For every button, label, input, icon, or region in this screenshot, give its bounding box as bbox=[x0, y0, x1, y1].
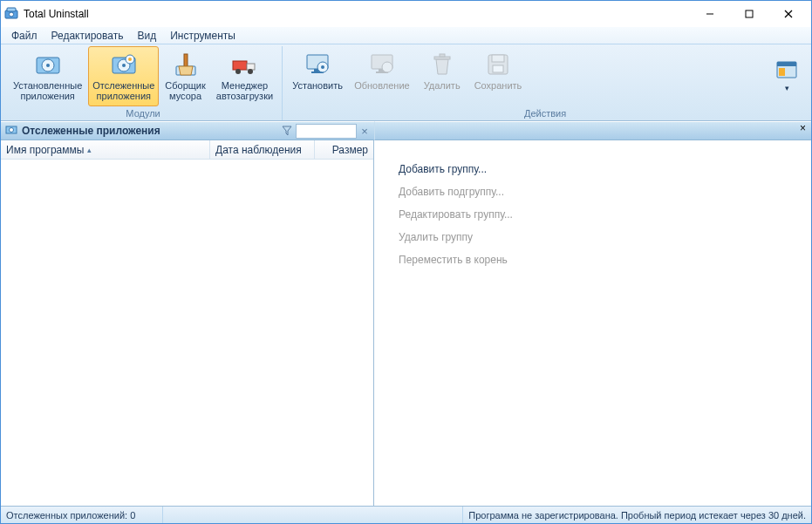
program-list-pane: Имя программы Дата наблюдения Размер bbox=[1, 140, 374, 506]
content-area: Имя программы Дата наблюдения Размер Доб… bbox=[1, 140, 811, 506]
panel-title: Отслеженные приложения bbox=[22, 125, 280, 137]
column-size[interactable]: Размер bbox=[315, 140, 373, 159]
disc-box-icon bbox=[34, 51, 62, 78]
trash-icon bbox=[428, 51, 456, 78]
window-controls bbox=[690, 2, 808, 26]
group-label: Действия bbox=[524, 106, 566, 120]
menu-edit[interactable]: Редактировать bbox=[44, 28, 131, 44]
svg-rect-1 bbox=[7, 8, 16, 11]
chevron-down-icon: ▾ bbox=[785, 84, 789, 92]
list-body bbox=[1, 160, 373, 506]
svg-rect-37 bbox=[779, 68, 785, 76]
button-label: Сохранить bbox=[474, 80, 522, 91]
minimize-button[interactable] bbox=[690, 2, 729, 26]
monitored-apps-button[interactable]: Отслеженные приложения bbox=[88, 46, 159, 106]
svg-point-2 bbox=[10, 12, 14, 17]
ribbon-toolbar: Установленные приложения Отслеженные при… bbox=[1, 44, 811, 121]
button-label: Сборщик мусора bbox=[165, 80, 206, 101]
panel-close-button[interactable]: × bbox=[800, 122, 811, 140]
svg-point-12 bbox=[122, 64, 126, 67]
save-button: Сохранить bbox=[470, 46, 527, 106]
button-label: Установленные приложения bbox=[13, 80, 82, 101]
svg-point-25 bbox=[321, 65, 324, 69]
add-group-item[interactable]: Добавить группу... bbox=[399, 158, 811, 180]
clear-filter-button[interactable]: × bbox=[358, 125, 371, 138]
view-options-button[interactable]: ▾ bbox=[769, 46, 804, 106]
ribbon-group-actions: Установить Обновление Удалить Сохранить … bbox=[283, 46, 808, 120]
button-label: Менеджер автозагрузки bbox=[216, 80, 273, 101]
update-button: Обновление bbox=[350, 46, 414, 106]
svg-rect-17 bbox=[233, 61, 247, 70]
panel-header-left: Отслеженные приложения × bbox=[1, 121, 374, 140]
svg-rect-4 bbox=[746, 10, 753, 17]
details-pane: Добавить группу... Добавить подгруппу...… bbox=[374, 140, 811, 506]
add-subgroup-item: Добавить подгруппу... bbox=[399, 180, 811, 203]
monitor-disc-icon bbox=[110, 51, 138, 78]
button-label: Удалить bbox=[424, 80, 461, 91]
funnel-icon[interactable] bbox=[280, 124, 294, 138]
svg-rect-18 bbox=[247, 64, 255, 70]
column-date[interactable]: Дата наблюдения bbox=[210, 140, 315, 159]
status-count: Отслеженных приложений: 0 bbox=[1, 507, 163, 523]
group-actions-menu: Добавить группу... Добавить подгруппу...… bbox=[374, 140, 811, 271]
svg-point-29 bbox=[382, 62, 392, 72]
menu-bar: Файл Редактировать Вид Инструменты bbox=[1, 27, 811, 44]
edit-group-item: Редактировать группу... bbox=[399, 203, 811, 226]
panel-header-right: × bbox=[374, 121, 811, 140]
truck-icon bbox=[230, 51, 258, 78]
svg-point-9 bbox=[46, 64, 50, 67]
app-icon bbox=[4, 7, 18, 21]
svg-rect-31 bbox=[440, 54, 445, 57]
svg-rect-16 bbox=[184, 54, 188, 66]
close-button[interactable] bbox=[768, 2, 808, 26]
title-bar: Total Uninstall bbox=[1, 1, 811, 27]
ribbon-group-modules: Установленные приложения Отслеженные при… bbox=[4, 46, 283, 120]
install-button[interactable]: Установить bbox=[287, 46, 348, 106]
menu-view[interactable]: Вид bbox=[130, 28, 163, 44]
group-label: Модули bbox=[126, 106, 160, 120]
cleaner-button[interactable]: Сборщик мусора bbox=[160, 46, 210, 106]
list-header: Имя программы Дата наблюдения Размер bbox=[1, 140, 373, 160]
column-name[interactable]: Имя программы bbox=[1, 140, 210, 159]
button-label: Установить bbox=[292, 80, 343, 91]
svg-point-39 bbox=[10, 128, 14, 133]
filter-input[interactable] bbox=[296, 124, 357, 139]
button-label: Обновление bbox=[354, 80, 410, 91]
window-title: Total Uninstall bbox=[24, 8, 690, 20]
delete-button: Удалить bbox=[416, 46, 468, 106]
maximize-button[interactable] bbox=[729, 2, 768, 26]
broom-icon bbox=[172, 51, 200, 78]
monitor-refresh-icon bbox=[368, 51, 396, 78]
monitor-icon bbox=[4, 124, 18, 138]
menu-file[interactable]: Файл bbox=[4, 28, 44, 44]
menu-tools[interactable]: Инструменты bbox=[163, 28, 242, 44]
autorun-manager-button[interactable]: Менеджер автозагрузки bbox=[212, 46, 277, 106]
svg-point-14 bbox=[128, 58, 132, 61]
svg-rect-36 bbox=[777, 62, 796, 66]
window-icon bbox=[776, 61, 797, 78]
button-label: Отслеженные приложения bbox=[92, 80, 154, 101]
move-root-item: Переместить в корень bbox=[399, 248, 811, 271]
status-bar: Отслеженных приложений: 0 Программа не з… bbox=[1, 506, 811, 523]
status-empty bbox=[163, 507, 463, 523]
svg-rect-33 bbox=[492, 55, 504, 62]
svg-rect-34 bbox=[493, 65, 503, 72]
status-trial: Программа не зарегистрирована. Пробный п… bbox=[463, 507, 811, 523]
delete-group-item: Удалить группу bbox=[399, 226, 811, 248]
monitor-disc-icon bbox=[304, 51, 331, 78]
installed-apps-button[interactable]: Установленные приложения bbox=[9, 46, 86, 106]
floppy-icon bbox=[484, 51, 512, 78]
svg-point-20 bbox=[248, 69, 253, 74]
svg-point-19 bbox=[235, 69, 241, 74]
